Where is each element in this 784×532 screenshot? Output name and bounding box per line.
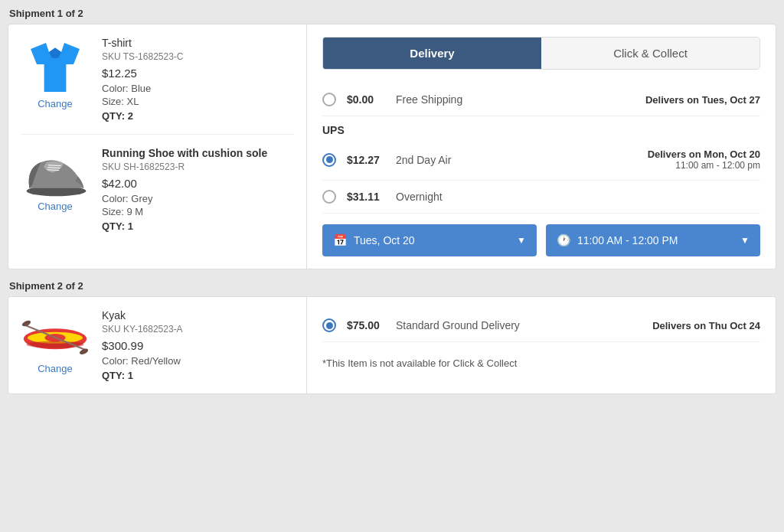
date-time-dropdowns: 📅 Tues, Oct 20 ▼ 🕐 11:00 AM - 12:00 PM ▼ xyxy=(322,224,760,256)
shoe-size: Size: 9 M xyxy=(102,206,294,217)
product-row-tshirt: Change T-shirt SKU TS-1682523-C $12.25 C… xyxy=(21,37,294,135)
kayak-sku: SKU KY-1682523-A xyxy=(102,324,294,335)
time-dropdown-label: 11:00 AM - 12:00 PM xyxy=(577,234,678,246)
ups-overnight-label: Overnight xyxy=(396,191,760,203)
standard-delivery-date: Delivers on Thu Oct 24 xyxy=(652,320,760,331)
shipment-1-label: Shipment 1 of 2 xyxy=(9,8,776,19)
kayak-qty: QTY: 1 xyxy=(102,370,294,381)
shoe-icon xyxy=(21,147,90,201)
ups-2day-radio[interactable] xyxy=(322,153,336,167)
date-dropdown-label: Tues, Oct 20 xyxy=(354,234,415,246)
date-dropdown-label-wrap: 📅 Tues, Oct 20 xyxy=(333,233,415,247)
delivery-tabs: Delivery Click & Collect xyxy=(322,37,760,70)
tshirt-image-wrap: Change xyxy=(21,37,90,109)
ups-overnight-option: $31.11 Overnight xyxy=(322,181,760,214)
shoe-change-link[interactable]: Change xyxy=(38,201,73,212)
shipment-2-products: Change Kyak SKU KY-1682523-A $300.99 Col… xyxy=(8,297,307,393)
shipment-1-card: Change T-shirt SKU TS-1682523-C $12.25 C… xyxy=(8,24,776,269)
tshirt-name: T-shirt xyxy=(102,37,294,49)
standard-delivery-option: $75.00 Standard Ground Delivery Delivers… xyxy=(322,309,760,342)
time-dropdown[interactable]: 🕐 11:00 AM - 12:00 PM ▼ xyxy=(546,224,760,256)
tshirt-price: $12.25 xyxy=(102,67,294,80)
free-shipping-price: $0.00 xyxy=(347,93,385,106)
shoe-qty: QTY: 1 xyxy=(102,220,294,232)
shoe-image-wrap: Change xyxy=(21,147,90,212)
shoe-price: $42.00 xyxy=(102,177,294,190)
standard-delivery-radio[interactable] xyxy=(322,318,336,332)
product-row-shoe: Change Running Shoe with cushion sole SK… xyxy=(21,147,294,232)
clock-icon: 🕐 xyxy=(557,233,571,247)
svg-line-4 xyxy=(47,168,60,168)
calendar-icon: 📅 xyxy=(333,233,348,247)
kayak-info: Kyak SKU KY-1682523-A $300.99 Color: Red… xyxy=(102,309,294,381)
shipment-2-label: Shipment 2 of 2 xyxy=(9,280,776,292)
shipment-2-delivery: $75.00 Standard Ground Delivery Delivers… xyxy=(307,297,776,393)
shoe-name: Running Shoe with cushion sole xyxy=(102,147,294,159)
tab-delivery[interactable]: Delivery xyxy=(323,38,541,69)
shoe-info: Running Shoe with cushion sole SKU SH-16… xyxy=(102,147,294,232)
shipment-1-delivery: Delivery Click & Collect $0.00 Free Ship… xyxy=(307,24,776,269)
shoe-color: Color: Grey xyxy=(102,193,294,204)
kayak-change-link[interactable]: Change xyxy=(38,363,73,374)
free-shipping-radio[interactable] xyxy=(322,93,336,106)
time-dropdown-label-wrap: 🕐 11:00 AM - 12:00 PM xyxy=(557,233,678,247)
tshirt-change-link[interactable]: Change xyxy=(38,98,73,109)
svg-line-5 xyxy=(47,170,60,171)
product-row-kayak: Change Kyak SKU KY-1682523-A $300.99 Col… xyxy=(21,309,294,381)
ups-2day-option: $12.27 2nd Day Air Delivers on Mon, Oct … xyxy=(322,139,760,181)
svg-line-3 xyxy=(48,165,61,166)
kayak-icon xyxy=(21,309,90,363)
tshirt-info: T-shirt SKU TS-1682523-C $12.25 Color: B… xyxy=(102,37,294,122)
ups-2day-label: 2nd Day Air xyxy=(396,154,648,166)
shipment-2-card: Change Kyak SKU KY-1682523-A $300.99 Col… xyxy=(8,296,776,394)
click-collect-note: *This Item is not available for Click & … xyxy=(322,357,760,369)
ups-overnight-radio[interactable] xyxy=(322,190,336,204)
kayak-image-wrap: Change xyxy=(21,309,90,374)
ups-section-label: UPS xyxy=(322,124,760,136)
time-chevron-icon: ▼ xyxy=(740,235,750,246)
kayak-name: Kyak xyxy=(102,309,294,321)
standard-delivery-price: $75.00 xyxy=(347,319,385,331)
free-shipping-option: $0.00 Free Shipping Delivers on Tues, Oc… xyxy=(322,83,760,116)
shipment-1-products: Change T-shirt SKU TS-1682523-C $12.25 C… xyxy=(8,24,307,269)
standard-delivery-label: Standard Ground Delivery xyxy=(396,319,652,331)
ups-2day-delivery: Delivers on Mon, Oct 20 11:00 am - 12:00… xyxy=(648,149,760,171)
svg-point-9 xyxy=(27,341,84,348)
tshirt-color: Color: Blue xyxy=(102,83,294,94)
ups-overnight-price: $31.11 xyxy=(347,191,385,203)
tshirt-sku: SKU TS-1682523-C xyxy=(102,51,294,62)
free-shipping-delivery: Delivers on Tues, Oct 27 xyxy=(645,94,760,106)
date-chevron-icon: ▼ xyxy=(517,235,526,246)
free-shipping-label: Free Shipping xyxy=(396,93,645,106)
tshirt-size: Size: XL xyxy=(102,96,294,107)
ups-2day-price: $12.27 xyxy=(347,154,385,166)
date-dropdown[interactable]: 📅 Tues, Oct 20 ▼ xyxy=(322,224,537,256)
tshirt-icon xyxy=(24,37,86,98)
shoe-sku: SKU SH-1682523-R xyxy=(102,162,294,172)
tab-click-collect[interactable]: Click & Collect xyxy=(541,38,760,69)
tshirt-qty: QTY: 2 xyxy=(102,110,294,122)
kayak-color: Color: Red/Yellow xyxy=(102,355,294,367)
kayak-price: $300.99 xyxy=(102,339,294,352)
